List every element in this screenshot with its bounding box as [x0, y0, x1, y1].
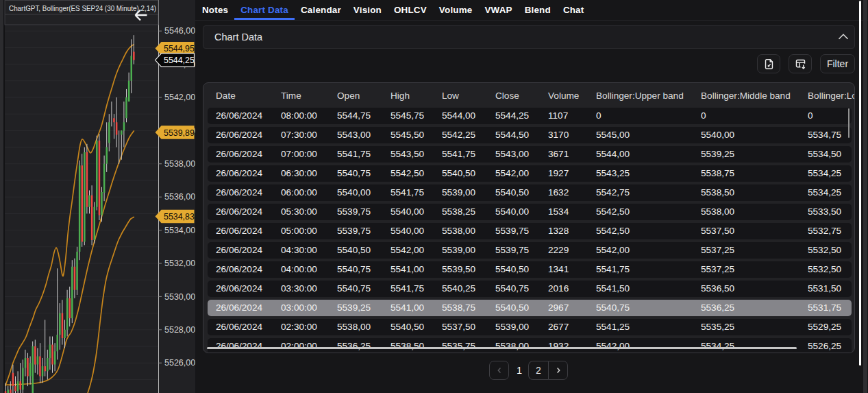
svg-text:5526,00: 5526,00	[164, 358, 195, 368]
svg-text:5536,00: 5536,00	[164, 192, 195, 202]
svg-text:5544,25: 5544,25	[164, 56, 195, 65]
svg-text:ChartGPT, Bollinger(ES SEP24 (: ChartGPT, Bollinger(ES SEP24 (30 Minute)…	[9, 4, 156, 12]
svg-text:5542,00: 5542,00	[164, 93, 195, 102]
svg-text:5539,89: 5539,89	[164, 128, 195, 138]
svg-text:5538,00: 5538,00	[164, 159, 195, 169]
svg-text:5544,95: 5544,95	[164, 44, 195, 53]
svg-text:5534,83: 5534,83	[164, 212, 195, 222]
svg-text:5530,00: 5530,00	[164, 292, 195, 302]
svg-text:5528,00: 5528,00	[164, 325, 195, 335]
svg-text:5534,00: 5534,00	[164, 226, 195, 235]
svg-text:5532,00: 5532,00	[164, 259, 195, 268]
svg-text:5546,00: 5546,00	[164, 26, 195, 36]
